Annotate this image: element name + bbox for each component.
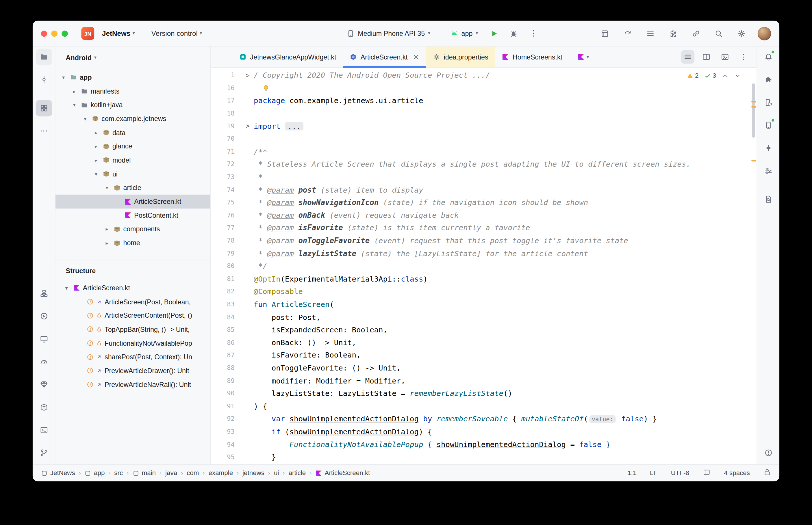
close-button[interactable]	[41, 30, 47, 37]
code-line[interactable]: 77 * @param isFavorite (state) is this i…	[211, 222, 756, 234]
code-line[interactable]: 74 * @param post (state) item to display	[211, 183, 756, 196]
code-line[interactable]: 17package com.example.jetnews.ui.article	[211, 94, 756, 107]
chevron-down-icon[interactable]: ▾	[81, 116, 89, 122]
chevron-down-icon[interactable]: ▾	[103, 185, 111, 191]
code-line[interactable]: 75 * @param showNavigationIcon (state) i…	[211, 196, 756, 209]
run-config-selector[interactable]: app ▾	[446, 27, 482, 40]
chevron-down-icon[interactable]: ▾	[63, 285, 71, 291]
breadcrumb-jetnews[interactable]: JetNews	[41, 469, 75, 477]
tree-item-glance[interactable]: ▸glance	[56, 139, 210, 153]
chevron-right-icon[interactable]: ▸	[92, 130, 100, 135]
play-circle-button[interactable]	[35, 308, 52, 324]
hamburger-button[interactable]	[681, 50, 695, 64]
breadcrumb-example[interactable]: example	[208, 469, 233, 477]
device-selector[interactable]: Medium Phone API 35 ▾	[342, 27, 434, 40]
caret-position[interactable]: 1:1	[628, 469, 636, 477]
grid-button[interactable]	[35, 100, 52, 116]
breadcrumb-app[interactable]: app	[85, 469, 105, 477]
package-box-button[interactable]	[35, 399, 52, 416]
gear-button[interactable]	[734, 26, 749, 41]
code-line[interactable]: 86 onBack: () -> Unit,	[211, 336, 756, 349]
code-area[interactable]: 1>/ Copyright 2020 The Android Open Sour…	[211, 68, 756, 464]
previous-issue-icon[interactable]	[722, 72, 728, 79]
more-button[interactable]: ⋯	[35, 123, 52, 139]
chevron-right-icon[interactable]: ▸	[103, 226, 111, 232]
code-line[interactable]: 88 onToggleFavorite: () -> Unit,	[211, 362, 756, 374]
structure-item-sharepost-post-context-un[interactable]: fsharePost(Post, Context): Un	[56, 350, 210, 364]
run-button[interactable]	[486, 26, 502, 41]
commit-button[interactable]	[35, 71, 52, 88]
scrollbar-thumb[interactable]	[752, 84, 755, 138]
avatar[interactable]	[758, 27, 771, 40]
terminal-button[interactable]	[35, 422, 52, 438]
redo-button[interactable]	[620, 26, 635, 41]
code-line[interactable]: 72 * Stateless Article Screen that displ…	[211, 158, 756, 171]
next-issue-icon[interactable]	[734, 72, 741, 79]
code-line[interactable]: 87 isFavorite: Boolean,	[211, 349, 756, 362]
git-branch-button[interactable]	[35, 445, 52, 461]
folder-button[interactable]	[35, 48, 52, 65]
scrollbar[interactable]	[751, 68, 757, 464]
chevron-down-icon[interactable]: ▾	[92, 171, 100, 177]
breadcrumb-java[interactable]: java	[165, 469, 177, 477]
code-line[interactable]: 78 * @param onToggleFavorite (event) req…	[211, 234, 756, 247]
structure-root[interactable]: ▾ArticleScreen.kt	[56, 281, 210, 295]
tree-item-components[interactable]: ▸components	[56, 222, 210, 236]
structure-item-functionalitynotavailablepop[interactable]: fFunctionalityNotAvailablePop	[56, 336, 210, 350]
split-button[interactable]	[699, 50, 713, 64]
minimize-button[interactable]	[51, 30, 58, 37]
breadcrumb-jetnews[interactable]: jetnews	[242, 469, 264, 477]
warning-count-item[interactable]: 2	[686, 72, 698, 79]
breadcrumb-src[interactable]: src	[114, 469, 123, 477]
code-line[interactable]: 85 isExpandedScreen: Boolean,	[211, 324, 756, 336]
code-line[interactable]: 93 if (showUnimplementedActionDialog) {	[211, 425, 756, 438]
chevron-right-icon[interactable]: ▸	[92, 158, 100, 163]
zoom-button[interactable]	[61, 30, 68, 37]
inspections-widget[interactable]: 2 3	[684, 71, 743, 80]
gem-button[interactable]	[35, 376, 52, 393]
tree-item-articlescreen-kt[interactable]: ArticleScreen.kt	[56, 195, 210, 209]
breadcrumb-articlescreen-kt[interactable]: ArticleScreen.kt	[315, 469, 370, 477]
code-line[interactable]: 90 lazyListState: LazyListState = rememb…	[211, 387, 756, 400]
search-button[interactable]	[711, 26, 727, 41]
warning-mark[interactable]	[751, 160, 756, 162]
tree-item-manifests[interactable]: ▸manifests	[56, 84, 210, 98]
tree-item-home[interactable]: ▸home	[56, 236, 210, 250]
tree-item-model[interactable]: ▸model	[56, 153, 210, 167]
debug-button[interactable]	[506, 26, 521, 41]
tab-articlescreen-kt[interactable]: ArticleScreen.kt×	[343, 46, 426, 67]
tree-item-article[interactable]: ▾article	[56, 181, 210, 195]
close-icon[interactable]: ×	[413, 52, 419, 61]
breadcrumb-article[interactable]: article	[289, 469, 306, 477]
code-line[interactable]: 82@Composable	[211, 285, 756, 298]
code-line[interactable]: 76 * @param onBack (event) request navig…	[211, 209, 756, 222]
tab-jetnewsglanceappwidget-kt[interactable]: JetnewsGlanceAppWidget.kt	[233, 46, 343, 67]
code-line[interactable]: 95 }	[211, 451, 756, 464]
code-line[interactable]: 83fun ArticleScreen(	[211, 298, 756, 311]
tab-idea-properties[interactable]: idea.properties	[426, 46, 495, 67]
tree-item-postcontent-kt[interactable]: PostContent.kt	[56, 209, 210, 222]
hierarchy-button[interactable]	[35, 285, 52, 301]
project-selector[interactable]: JetNews ▾	[99, 27, 138, 39]
structure-item-articlescreencontent-post[interactable]: fArticleScreenContent(Post, ()	[56, 309, 210, 322]
gauge-button[interactable]	[35, 354, 52, 370]
indent-size[interactable]: 4 spaces	[724, 469, 750, 477]
hidden-tabs-button[interactable]: ▾	[577, 46, 589, 67]
structure-item-articlescreen-post-boolean[interactable]: fArticleScreen(Post, Boolean,	[56, 295, 210, 309]
code-line[interactable]: 89 modifier: Modifier = Modifier,	[211, 374, 756, 387]
passed-count-item[interactable]: 3	[704, 72, 716, 79]
code-line[interactable]: 71/**	[211, 145, 756, 158]
tree-item-ui[interactable]: ▾ui	[56, 167, 210, 181]
tree-item-app[interactable]: ▾app	[56, 71, 210, 84]
chevron-down-icon[interactable]: ▾	[71, 102, 78, 108]
elephant-button[interactable]	[760, 71, 777, 88]
breadcrumb-main[interactable]: main	[132, 469, 156, 477]
chevron-right-icon[interactable]: ▸	[71, 88, 78, 94]
indent-style-icon[interactable]	[703, 468, 711, 478]
chevron-right-icon[interactable]: ▸	[103, 240, 111, 246]
code-line[interactable]: 1>/ Copyright 2020 The Android Open Sour…	[211, 69, 756, 81]
code-line[interactable]: 19>import ...	[211, 120, 756, 133]
fold-icon[interactable]: >	[235, 71, 254, 79]
code-line[interactable]: 81@OptIn(ExperimentalMaterial3Api::class…	[211, 273, 756, 285]
frame-button[interactable]	[597, 26, 612, 41]
